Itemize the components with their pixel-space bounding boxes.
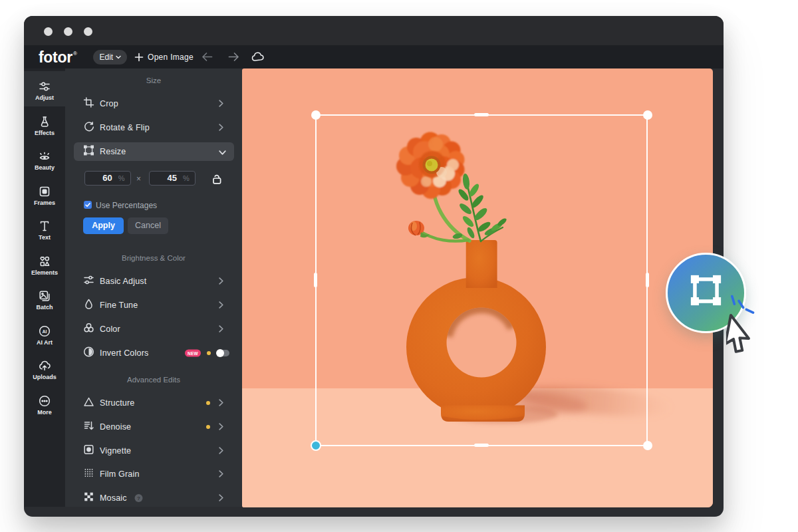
svg-text:AI: AI — [43, 329, 47, 333]
svg-text:?: ? — [137, 495, 140, 501]
